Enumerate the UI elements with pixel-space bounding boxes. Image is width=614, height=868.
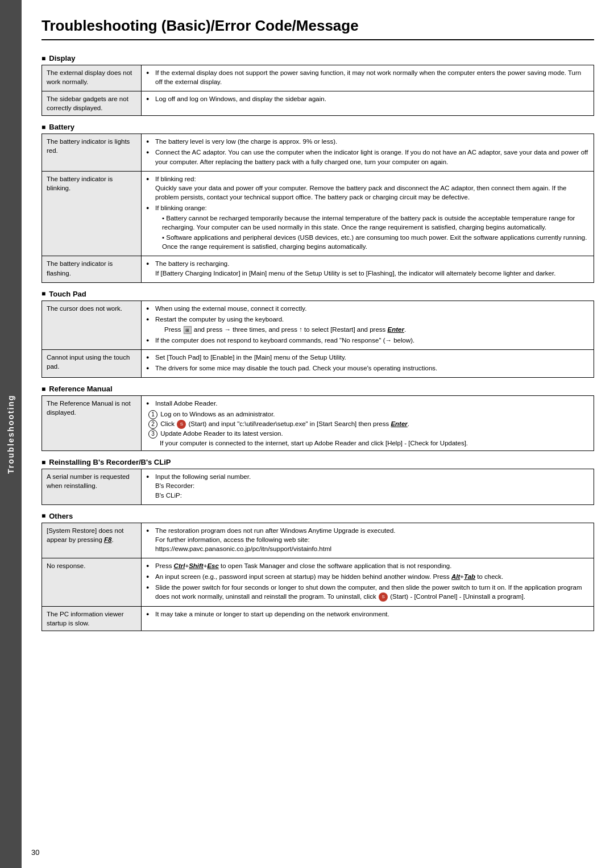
table-row: The external display does not work norma… <box>42 65 594 91</box>
table-row: The battery indicator is blinking. If bl… <box>42 171 594 256</box>
problem-cell: The Reference Manual is not displayed. <box>42 396 142 451</box>
section-touchpad: Touch Pad <box>42 287 594 301</box>
list-item: The battery level is very low (the charg… <box>146 137 589 146</box>
table-row: The PC information viewer startup is slo… <box>42 607 594 631</box>
section-others: Others <box>42 510 594 523</box>
list-item: Connect the AC adaptor. You can use the … <box>146 148 589 166</box>
list-item: Input the following serial number. B's R… <box>146 472 589 499</box>
list-item: When using the external mouse, connect i… <box>146 304 589 313</box>
section-battery: Battery <box>42 120 594 133</box>
solution-cell: The restoration program does not run aft… <box>142 523 594 558</box>
table-row: The battery indicator is lights red. The… <box>42 134 594 171</box>
windows-icon: ⊞ <box>184 326 192 334</box>
list-item: If blinking orange: • Battery cannot be … <box>146 203 589 251</box>
solution-cell: Install Adobe Reader. 1 Log on to Window… <box>142 396 594 451</box>
section-display: Display <box>42 52 594 65</box>
list-item: It may take a minute or longer to start … <box>146 610 589 619</box>
problem-cell: The battery indicator is blinking. <box>42 171 142 256</box>
step-3: 3 Update Adobe Reader to its latest vers… <box>148 429 589 448</box>
start-icon: S <box>379 592 388 602</box>
list-item: Slide the power switch for four seconds … <box>146 583 589 602</box>
esc-key: Esc <box>207 562 218 569</box>
page-number: 30 <box>31 848 39 857</box>
page-title: Troubleshooting (Basic)/Error Code/Messa… <box>42 17 594 40</box>
page-wrapper: Troubleshooting Troubleshooting (Basic)/… <box>0 0 614 868</box>
table-row: The battery indicator is flashing. The b… <box>42 256 594 282</box>
section-reinstalling: Reinstalling B's Recorder/B's CLiP <box>42 456 594 469</box>
table-row: [System Restore] does not appear by pres… <box>42 523 594 558</box>
solution-cell: Log off and log on Windows, and display … <box>142 91 594 116</box>
solution-cell: If the external display does not support… <box>142 65 594 91</box>
sub-item: • Software applications and peripheral d… <box>155 233 589 251</box>
table-row: No response. Press Ctrl+Shift+Esc to ope… <box>42 558 594 606</box>
list-item: Install Adobe Reader. <box>146 399 589 408</box>
shift-key: Shift <box>189 562 204 569</box>
tab-key: Tab <box>464 573 475 580</box>
enter-key: Enter <box>391 420 407 427</box>
problem-cell: The sidebar gadgets are not correctly di… <box>42 91 142 116</box>
start-icon: S <box>177 420 186 429</box>
battery-table: The battery indicator is lights red. The… <box>42 133 594 282</box>
problem-cell: The PC information viewer startup is slo… <box>42 607 142 631</box>
f8-key: F8 <box>104 536 111 543</box>
numbered-steps: 1 Log on to Windows as an administrator.… <box>146 410 589 448</box>
problem-cell: The battery indicator is flashing. <box>42 256 142 282</box>
step-number: 2 <box>148 420 157 429</box>
alt-key: Alt <box>451 573 460 580</box>
indent-block: Press ⊞ and press → three times, and pre… <box>155 325 589 334</box>
list-item: Set [Touch Pad] to [Enable] in the [Main… <box>146 353 589 362</box>
list-item: Restart the computer by using the keyboa… <box>146 315 589 334</box>
main-content: Troubleshooting (Basic)/Error Code/Messa… <box>22 0 614 868</box>
step-3-detail: If your computer is connected to the int… <box>148 439 589 448</box>
list-item: If blinking red: Quickly save your data … <box>146 174 589 202</box>
sidebar-label: Troubleshooting <box>6 394 15 474</box>
solution-cell: The battery level is very low (the charg… <box>142 134 594 171</box>
table-row: A serial number is requested when reinst… <box>42 469 594 504</box>
list-item: Log off and log on Windows, and display … <box>146 94 589 103</box>
display-table: The external display does not work norma… <box>42 65 594 116</box>
problem-cell: The cursor does not work. <box>42 301 142 349</box>
problem-cell: Cannot input using the touch pad. <box>42 349 142 377</box>
solution-cell: Press Ctrl+Shift+Esc to open Task Manage… <box>142 558 594 606</box>
solution-cell: If blinking red: Quickly save your data … <box>142 171 594 256</box>
step-2: 2 Click S (Start) and input "c:\util\rea… <box>148 419 589 429</box>
list-item: The drivers for some mice may disable th… <box>146 364 589 373</box>
problem-cell: The battery indicator is lights red. <box>42 134 142 171</box>
others-table: [System Restore] does not appear by pres… <box>42 523 594 632</box>
solution-cell: Input the following serial number. B's R… <box>142 469 594 504</box>
list-item: If the external display does not support… <box>146 68 589 86</box>
step-number: 1 <box>148 410 157 419</box>
problem-cell: [System Restore] does not appear by pres… <box>42 523 142 558</box>
enter-key: Enter <box>388 326 404 333</box>
list-item: The restoration program does not run aft… <box>146 526 589 553</box>
solution-cell: When using the external mouse, connect i… <box>142 301 594 349</box>
table-row: The sidebar gadgets are not correctly di… <box>42 91 594 116</box>
touchpad-table: The cursor does not work. When using the… <box>42 301 594 378</box>
list-item: Press Ctrl+Shift+Esc to open Task Manage… <box>146 561 589 570</box>
table-row: The cursor does not work. When using the… <box>42 301 594 349</box>
reinstalling-table: A serial number is requested when reinst… <box>42 469 594 504</box>
section-reference: Reference Manual <box>42 382 594 395</box>
problem-cell: No response. <box>42 558 142 606</box>
list-item: If the computer does not respond to keyb… <box>146 336 589 345</box>
reference-table: The Reference Manual is not displayed. I… <box>42 395 594 451</box>
solution-cell: The battery is recharging. If [Battery C… <box>142 256 594 282</box>
problem-cell: The external display does not work norma… <box>42 65 142 91</box>
ctrl-key: Ctrl <box>174 562 185 569</box>
table-row: Cannot input using the touch pad. Set [T… <box>42 349 594 377</box>
sub-item: • Battery cannot be recharged temporaril… <box>155 214 589 232</box>
table-row: The Reference Manual is not displayed. I… <box>42 396 594 451</box>
solution-cell: It may take a minute or longer to start … <box>142 607 594 631</box>
sidebar: Troubleshooting <box>0 0 22 868</box>
problem-cell: A serial number is requested when reinst… <box>42 469 142 504</box>
list-item: An input screen (e.g., password input sc… <box>146 572 589 581</box>
list-item: The battery is recharging. If [Battery C… <box>146 259 589 277</box>
solution-cell: Set [Touch Pad] to [Enable] in the [Main… <box>142 349 594 377</box>
step-1: 1 Log on to Windows as an administrator. <box>148 410 589 419</box>
step-number: 3 <box>148 429 157 439</box>
